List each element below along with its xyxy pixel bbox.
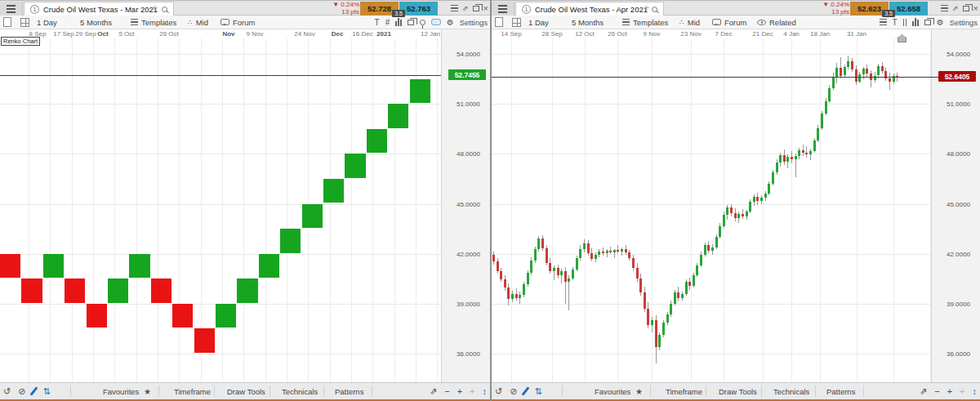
toolbar: 1 Day 5 Months Templates ∴ Mid Forum Rel… (492, 16, 980, 29)
sort-arrows-icon[interactable]: ⇅ (534, 386, 541, 397)
vertical-scale-icon[interactable]: ↕ (483, 386, 488, 396)
renko-brick (237, 278, 257, 303)
h-gridline (492, 154, 938, 154)
candle-body (504, 279, 506, 287)
mid-button[interactable]: ∴ Mid (679, 16, 700, 29)
text-tool-icon[interactable]: T (893, 18, 898, 27)
forum-button[interactable]: Forum (712, 16, 746, 29)
grid-layout-icon[interactable] (20, 16, 29, 29)
mid-button[interactable]: ∴ Mid (188, 16, 208, 29)
grid-layout-icon[interactable] (512, 16, 521, 29)
disabled-icon[interactable]: ⊘ (510, 386, 517, 397)
settings-button[interactable]: Settings (950, 18, 978, 27)
autoscale-icon[interactable]: ⇗ (430, 386, 437, 397)
pin-icon[interactable] (420, 20, 425, 25)
crosshair-icon[interactable]: + (960, 386, 964, 396)
templates-button[interactable]: Templates (131, 16, 176, 29)
date-label: 18 Jan (810, 30, 830, 38)
candle-body (855, 69, 858, 81)
hamburger-menu-icon[interactable] (492, 2, 514, 16)
new-tab-button[interactable]: + (644, 2, 649, 14)
forum-button[interactable]: Forum (220, 16, 255, 29)
zoom-out-icon[interactable]: − (934, 386, 939, 396)
pencil-icon[interactable] (522, 386, 530, 395)
settings-gear-icon[interactable]: ⚙ (937, 18, 944, 27)
buy-button[interactable]: 52.658 (889, 2, 928, 16)
vertical-scale-icon[interactable]: ↕ (973, 386, 978, 396)
forum-icon (220, 19, 229, 25)
favourites-button[interactable]: Favourites (103, 383, 139, 399)
patterns-button[interactable]: Patterns (335, 383, 363, 399)
technicals-button[interactable]: Technicals (773, 383, 809, 399)
expand-icon[interactable]: ⇗ (462, 3, 469, 13)
settings-button[interactable]: Settings (460, 18, 488, 27)
pencil-icon[interactable] (30, 386, 38, 395)
popout-icon[interactable] (473, 6, 479, 11)
panel-menu-icon[interactable] (451, 5, 458, 12)
favourites-button[interactable]: Favourites (595, 383, 630, 399)
close-icon[interactable]: × (973, 3, 978, 13)
settings-gear-icon[interactable]: ⚙ (447, 18, 454, 27)
bottom-toolbar: ↺ ⊘ ⇅ Favourites ★ Timeframe Draw Tools … (0, 382, 490, 399)
crosshair-icon[interactable]: + (470, 386, 474, 396)
patterns-button[interactable]: Patterns (826, 383, 855, 399)
candle-body (632, 258, 635, 268)
windows-icon[interactable] (408, 20, 414, 25)
candle-body (756, 197, 759, 201)
candlestick-chart[interactable] (492, 38, 938, 382)
renko-chart[interactable] (0, 38, 441, 382)
disabled-icon[interactable]: ⊘ (18, 386, 25, 397)
windows-icon[interactable] (924, 20, 931, 25)
favourites-star-icon[interactable]: ★ (635, 383, 643, 399)
search-icon[interactable] (162, 7, 167, 12)
popout-icon[interactable] (963, 6, 969, 11)
hamburger-menu-icon[interactable] (0, 2, 23, 16)
text-tool-icon[interactable]: T (375, 18, 380, 27)
buy-button[interactable]: 52.763 (399, 2, 438, 16)
price-axis[interactable]: 54.000051.000048.000045.000042.000039.00… (931, 29, 980, 382)
grid-toggle-icon[interactable]: # (385, 18, 390, 27)
timeframe-button[interactable]: Timeframe (666, 383, 702, 399)
page-layout-icon[interactable] (3, 16, 11, 29)
favourites-star-icon[interactable]: ★ (144, 383, 151, 399)
candle-body (851, 61, 853, 69)
renko-shape-icon[interactable] (431, 19, 441, 25)
expand-icon[interactable]: ⇗ (952, 3, 959, 13)
undo-icon[interactable]: ↺ (3, 386, 11, 397)
chart-style-icon[interactable] (912, 18, 919, 26)
new-tab-button[interactable]: + (152, 2, 158, 14)
price-axis[interactable]: 54.000051.000048.000045.000042.000039.00… (441, 29, 490, 382)
zoom-out-icon[interactable]: − (444, 386, 449, 396)
draw-tools-button[interactable]: Draw Tools (227, 383, 265, 399)
list-icon[interactable] (880, 19, 887, 26)
time-axis[interactable]: 14 Sep28 Sep12 Oct26 Oct9 Nov23 Nov7 Dec… (492, 29, 938, 38)
draw-tools-button[interactable]: Draw Tools (719, 383, 757, 399)
search-icon[interactable] (652, 7, 657, 12)
zoom-in-icon[interactable]: + (947, 386, 952, 396)
related-button[interactable]: Related (757, 16, 796, 29)
chart-style-icon[interactable] (395, 18, 402, 26)
sort-arrows-icon[interactable]: ⇅ (42, 386, 50, 397)
panel-menu-icon[interactable] (941, 5, 948, 12)
zoom-in-icon[interactable]: + (457, 386, 462, 396)
v-gridline (222, 38, 223, 382)
period-button[interactable]: 1 Day (37, 16, 57, 29)
price-tick-label: 48.0000 (947, 150, 970, 158)
range-button[interactable]: 5 Months (572, 16, 604, 29)
timeframe-button[interactable]: Timeframe (174, 383, 211, 399)
undo-icon[interactable]: ↺ (495, 386, 502, 397)
price-tick-label: 39.0000 (947, 301, 970, 308)
tab-crude-oil-apr-2021[interactable]: 1 Crude Oil West Texas - Apr 2021 (515, 2, 664, 16)
candles-icon[interactable] (903, 19, 907, 26)
templates-button[interactable]: Templates (622, 16, 668, 29)
v-gridline (114, 38, 115, 382)
date-label: 9 Nov (644, 30, 661, 38)
close-icon[interactable]: × (483, 3, 488, 13)
technicals-button[interactable]: Technicals (282, 383, 318, 399)
range-button[interactable]: 5 Months (80, 16, 112, 29)
autoscale-icon[interactable]: ⇗ (920, 386, 927, 397)
time-axis[interactable]: 8 Sep17 Sep29 SepOct5 Oct26 OctNov9 Nov2… (0, 29, 441, 38)
page-layout-icon[interactable] (495, 16, 503, 29)
renko-brick (0, 254, 20, 278)
period-button[interactable]: 1 Day (528, 16, 549, 29)
